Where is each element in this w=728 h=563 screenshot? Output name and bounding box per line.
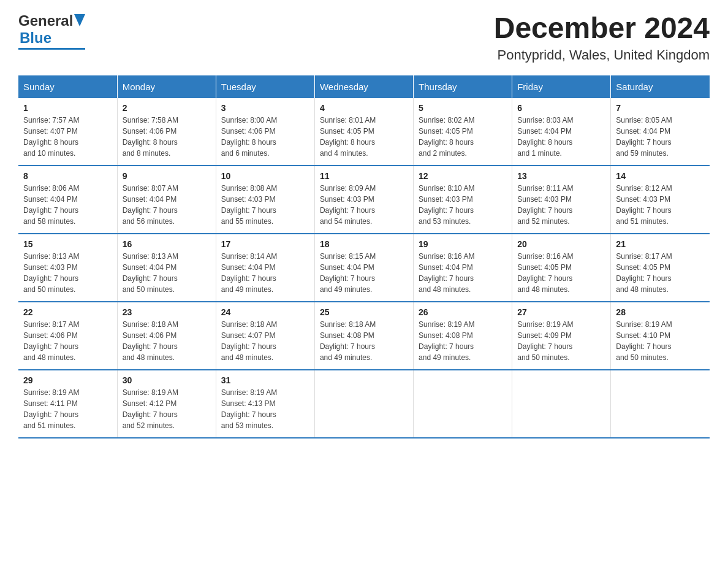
header-monday: Monday xyxy=(117,75,216,98)
day-info: Sunrise: 8:01 AMSunset: 4:05 PMDaylight:… xyxy=(320,116,376,158)
calendar-cell: 6Sunrise: 8:03 AMSunset: 4:04 PMDaylight… xyxy=(512,98,611,166)
calendar-cell: 23Sunrise: 8:18 AMSunset: 4:06 PMDayligh… xyxy=(117,302,216,370)
calendar-week-row: 8Sunrise: 8:06 AMSunset: 4:04 PMDaylight… xyxy=(18,166,710,234)
calendar-cell: 1Sunrise: 7:57 AMSunset: 4:07 PMDaylight… xyxy=(18,98,117,166)
calendar-table: SundayMondayTuesdayWednesdayThursdayFrid… xyxy=(18,75,710,439)
day-number: 2 xyxy=(123,103,211,113)
calendar-cell: 15Sunrise: 8:13 AMSunset: 4:03 PMDayligh… xyxy=(18,234,117,302)
day-number: 1 xyxy=(23,103,112,113)
calendar-cell: 19Sunrise: 8:16 AMSunset: 4:04 PMDayligh… xyxy=(414,234,512,302)
calendar-cell: 5Sunrise: 8:02 AMSunset: 4:05 PMDaylight… xyxy=(414,98,512,166)
calendar-cell xyxy=(611,370,710,438)
day-number: 24 xyxy=(221,307,309,317)
day-number: 25 xyxy=(320,307,408,317)
header-friday: Friday xyxy=(512,75,611,98)
calendar-cell: 22Sunrise: 8:17 AMSunset: 4:06 PMDayligh… xyxy=(18,302,117,370)
day-number: 6 xyxy=(517,103,605,113)
header-tuesday: Tuesday xyxy=(216,75,314,98)
day-number: 19 xyxy=(419,239,507,249)
calendar-week-row: 22Sunrise: 8:17 AMSunset: 4:06 PMDayligh… xyxy=(18,302,710,370)
day-number: 30 xyxy=(123,375,211,385)
calendar-cell: 13Sunrise: 8:11 AMSunset: 4:03 PMDayligh… xyxy=(512,166,611,234)
header-sunday: Sunday xyxy=(18,75,117,98)
calendar-cell xyxy=(314,370,413,438)
day-number: 14 xyxy=(616,171,705,181)
calendar-cell: 12Sunrise: 8:10 AMSunset: 4:03 PMDayligh… xyxy=(414,166,512,234)
day-number: 29 xyxy=(23,375,112,385)
calendar-cell: 29Sunrise: 8:19 AMSunset: 4:11 PMDayligh… xyxy=(18,370,117,438)
day-info: Sunrise: 8:09 AMSunset: 4:03 PMDaylight:… xyxy=(320,184,376,226)
day-info: Sunrise: 8:14 AMSunset: 4:04 PMDaylight:… xyxy=(221,252,277,294)
day-info: Sunrise: 8:11 AMSunset: 4:03 PMDaylight:… xyxy=(517,184,573,226)
day-number: 23 xyxy=(123,307,211,317)
day-info: Sunrise: 8:18 AMSunset: 4:08 PMDaylight:… xyxy=(320,320,376,362)
calendar-cell: 2Sunrise: 7:58 AMSunset: 4:06 PMDaylight… xyxy=(117,98,216,166)
calendar-cell: 31Sunrise: 8:19 AMSunset: 4:13 PMDayligh… xyxy=(216,370,314,438)
day-info: Sunrise: 8:19 AMSunset: 4:08 PMDaylight:… xyxy=(419,320,474,362)
day-number: 18 xyxy=(320,239,408,249)
title-block: December 2024 Pontypridd, Wales, United … xyxy=(494,12,710,63)
day-number: 5 xyxy=(419,103,507,113)
logo: General Blue xyxy=(18,12,85,50)
calendar-cell: 11Sunrise: 8:09 AMSunset: 4:03 PMDayligh… xyxy=(314,166,413,234)
day-info: Sunrise: 8:19 AMSunset: 4:11 PMDaylight:… xyxy=(23,388,79,430)
page-header: General Blue December 2024 Pontypridd, W… xyxy=(18,12,710,63)
calendar-cell: 17Sunrise: 8:14 AMSunset: 4:04 PMDayligh… xyxy=(216,234,314,302)
day-number: 13 xyxy=(517,171,605,181)
day-info: Sunrise: 8:19 AMSunset: 4:10 PMDaylight:… xyxy=(616,320,672,362)
day-number: 4 xyxy=(320,103,408,113)
calendar-cell: 8Sunrise: 8:06 AMSunset: 4:04 PMDaylight… xyxy=(18,166,117,234)
calendar-cell: 27Sunrise: 8:19 AMSunset: 4:09 PMDayligh… xyxy=(512,302,611,370)
calendar-cell: 26Sunrise: 8:19 AMSunset: 4:08 PMDayligh… xyxy=(414,302,512,370)
calendar-cell xyxy=(512,370,611,438)
header-saturday: Saturday xyxy=(611,75,710,98)
day-number: 17 xyxy=(221,239,309,249)
calendar-cell: 14Sunrise: 8:12 AMSunset: 4:03 PMDayligh… xyxy=(611,166,710,234)
page-subtitle: Pontypridd, Wales, United Kingdom xyxy=(494,47,710,63)
day-number: 12 xyxy=(419,171,507,181)
day-number: 15 xyxy=(23,239,112,249)
day-info: Sunrise: 8:18 AMSunset: 4:06 PMDaylight:… xyxy=(123,320,178,362)
day-info: Sunrise: 8:16 AMSunset: 4:05 PMDaylight:… xyxy=(517,252,573,294)
day-number: 20 xyxy=(517,239,605,249)
day-number: 21 xyxy=(616,239,705,249)
day-info: Sunrise: 8:17 AMSunset: 4:06 PMDaylight:… xyxy=(23,320,79,362)
day-number: 9 xyxy=(123,171,211,181)
day-info: Sunrise: 8:17 AMSunset: 4:05 PMDaylight:… xyxy=(616,252,672,294)
day-number: 28 xyxy=(616,307,705,317)
calendar-cell: 24Sunrise: 8:18 AMSunset: 4:07 PMDayligh… xyxy=(216,302,314,370)
day-info: Sunrise: 8:13 AMSunset: 4:03 PMDaylight:… xyxy=(23,252,79,294)
day-info: Sunrise: 8:07 AMSunset: 4:04 PMDaylight:… xyxy=(123,184,178,226)
calendar-cell: 20Sunrise: 8:16 AMSunset: 4:05 PMDayligh… xyxy=(512,234,611,302)
calendar-cell: 21Sunrise: 8:17 AMSunset: 4:05 PMDayligh… xyxy=(611,234,710,302)
day-info: Sunrise: 8:10 AMSunset: 4:03 PMDaylight:… xyxy=(419,184,474,226)
header-wednesday: Wednesday xyxy=(314,75,413,98)
day-info: Sunrise: 8:06 AMSunset: 4:04 PMDaylight:… xyxy=(23,184,79,226)
logo-general-text: General xyxy=(18,12,73,29)
day-info: Sunrise: 7:57 AMSunset: 4:07 PMDaylight:… xyxy=(23,116,79,158)
calendar-cell: 9Sunrise: 8:07 AMSunset: 4:04 PMDaylight… xyxy=(117,166,216,234)
day-info: Sunrise: 8:00 AMSunset: 4:06 PMDaylight:… xyxy=(221,116,277,158)
day-info: Sunrise: 8:19 AMSunset: 4:13 PMDaylight:… xyxy=(221,388,277,430)
logo-triangle-icon xyxy=(74,14,85,26)
header-thursday: Thursday xyxy=(414,75,512,98)
day-info: Sunrise: 8:19 AMSunset: 4:09 PMDaylight:… xyxy=(517,320,573,362)
day-info: Sunrise: 8:12 AMSunset: 4:03 PMDaylight:… xyxy=(616,184,672,226)
calendar-cell: 30Sunrise: 8:19 AMSunset: 4:12 PMDayligh… xyxy=(117,370,216,438)
svg-marker-0 xyxy=(74,14,85,26)
day-info: Sunrise: 8:13 AMSunset: 4:04 PMDaylight:… xyxy=(123,252,178,294)
calendar-cell: 3Sunrise: 8:00 AMSunset: 4:06 PMDaylight… xyxy=(216,98,314,166)
day-number: 8 xyxy=(23,171,112,181)
day-info: Sunrise: 8:05 AMSunset: 4:04 PMDaylight:… xyxy=(616,116,672,158)
calendar-week-row: 1Sunrise: 7:57 AMSunset: 4:07 PMDaylight… xyxy=(18,98,710,166)
day-info: Sunrise: 8:18 AMSunset: 4:07 PMDaylight:… xyxy=(221,320,277,362)
calendar-cell: 7Sunrise: 8:05 AMSunset: 4:04 PMDaylight… xyxy=(611,98,710,166)
calendar-week-row: 15Sunrise: 8:13 AMSunset: 4:03 PMDayligh… xyxy=(18,234,710,302)
calendar-week-row: 29Sunrise: 8:19 AMSunset: 4:11 PMDayligh… xyxy=(18,370,710,438)
calendar-cell: 18Sunrise: 8:15 AMSunset: 4:04 PMDayligh… xyxy=(314,234,413,302)
calendar-cell xyxy=(414,370,512,438)
day-info: Sunrise: 8:08 AMSunset: 4:03 PMDaylight:… xyxy=(221,184,277,226)
day-number: 22 xyxy=(23,307,112,317)
day-info: Sunrise: 8:03 AMSunset: 4:04 PMDaylight:… xyxy=(517,116,573,158)
day-info: Sunrise: 8:15 AMSunset: 4:04 PMDaylight:… xyxy=(320,252,376,294)
